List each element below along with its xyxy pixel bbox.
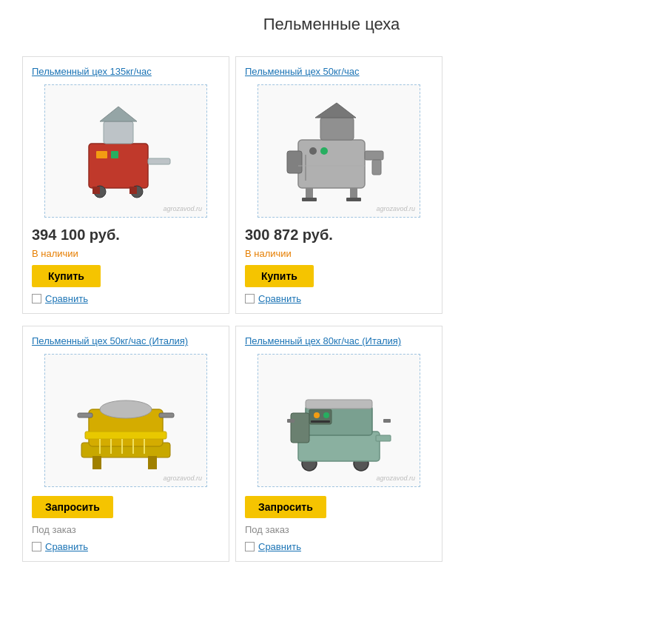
request-button-p3[interactable]: Запросить: [32, 496, 113, 518]
product-title-p2[interactable]: Пельменный цех 50кг/час: [245, 66, 433, 77]
product-title-p1[interactable]: Пельменный цех 135кг/час: [32, 66, 220, 77]
watermark-p2: agrozavod.ru: [376, 205, 415, 212]
buy-button-p1[interactable]: Купить: [32, 265, 101, 287]
product-image-placeholder-p1: agrozavod.ru: [45, 85, 206, 217]
svg-rect-17: [350, 188, 357, 199]
svg-rect-49: [376, 435, 391, 441]
compare-label-p1[interactable]: Сравнить: [45, 293, 88, 304]
svg-point-23: [320, 147, 328, 155]
svg-rect-6: [96, 151, 107, 158]
compare-row-p4: Сравнить: [245, 541, 433, 552]
svg-rect-39: [298, 432, 380, 461]
watermark-p3: agrozavod.ru: [163, 474, 202, 482]
svg-rect-29: [159, 413, 174, 417]
product-image-placeholder-p4: agrozavod.ru: [258, 355, 420, 486]
svg-rect-47: [287, 419, 295, 423]
svg-rect-11: [320, 118, 354, 140]
svg-rect-9: [129, 187, 137, 194]
product-card-p4: Пельменный цех 80кг/час (Италия): [235, 326, 442, 562]
svg-rect-46: [306, 400, 372, 409]
compare-checkbox-p3[interactable]: [32, 542, 41, 551]
product-image-p3: agrozavod.ru: [44, 354, 207, 487]
product-image-p1: agrozavod.ru: [44, 84, 207, 218]
svg-rect-18: [302, 198, 317, 201]
product-availability-p1: В наличии: [32, 248, 220, 259]
compare-checkbox-p1[interactable]: [32, 294, 41, 303]
svg-rect-48: [383, 419, 391, 423]
product-price-p1: 394 100 руб.: [32, 227, 220, 244]
svg-point-43: [314, 412, 320, 418]
product-title-p4[interactable]: Пельменный цех 80кг/час (Италия): [245, 335, 433, 346]
product-card-p3: Пельменный цех 50кг/час (Италия): [22, 326, 229, 562]
watermark-p1: agrozavod.ru: [163, 205, 202, 212]
svg-rect-45: [311, 420, 330, 423]
product-availability-p4: Под заказ: [245, 524, 433, 535]
page-container: Пельменные цеха Пельменный цех 135кг/час: [0, 0, 663, 588]
request-button-p4[interactable]: Запросить: [245, 496, 326, 518]
compare-label-p3[interactable]: Сравнить: [45, 541, 88, 552]
svg-rect-14: [372, 160, 381, 175]
svg-rect-27: [85, 432, 166, 439]
product-availability-p3: Под заказ: [32, 524, 220, 535]
svg-marker-12: [315, 103, 356, 118]
svg-rect-3: [148, 158, 170, 164]
product-card-p2: Пельменный цех 50кг/час: [235, 56, 442, 314]
svg-rect-13: [365, 151, 383, 160]
svg-rect-41: [291, 413, 309, 443]
svg-point-26: [100, 400, 152, 418]
product-image-placeholder-p2: agrozavod.ru: [258, 85, 420, 217]
svg-rect-8: [92, 187, 100, 194]
product-price-p2: 300 872 руб.: [245, 227, 433, 244]
buy-button-p2[interactable]: Купить: [245, 265, 314, 287]
svg-rect-28: [78, 413, 92, 417]
product-availability-p2: В наличии: [245, 248, 433, 259]
svg-rect-16: [306, 188, 313, 199]
svg-marker-2: [100, 107, 137, 121]
product-title-p3[interactable]: Пельменный цех 50кг/час (Италия): [32, 335, 220, 346]
product-image-p2: agrozavod.ru: [258, 84, 420, 218]
products-grid: Пельменный цех 135кг/час: [22, 56, 641, 574]
product-image-p4: agrozavod.ru: [258, 354, 420, 487]
svg-point-44: [323, 412, 329, 418]
svg-rect-19: [346, 198, 361, 201]
compare-label-p4[interactable]: Сравнить: [258, 541, 301, 552]
svg-rect-36: [148, 456, 157, 469]
compare-checkbox-p4[interactable]: [245, 542, 255, 551]
svg-rect-0: [89, 144, 148, 188]
svg-rect-1: [104, 121, 133, 144]
watermark-p4: agrozavod.ru: [376, 474, 415, 482]
svg-rect-7: [111, 151, 118, 158]
compare-row-p1: Сравнить: [32, 293, 220, 304]
svg-point-22: [309, 147, 317, 155]
svg-rect-35: [92, 456, 101, 469]
product-card-p1: Пельменный цех 135кг/час: [22, 56, 229, 314]
page-title: Пельменные цеха: [22, 15, 641, 34]
compare-label-p2[interactable]: Сравнить: [258, 293, 301, 304]
compare-row-p2: Сравнить: [245, 293, 433, 304]
compare-checkbox-p2[interactable]: [245, 294, 255, 303]
compare-row-p3: Сравнить: [32, 541, 220, 552]
product-image-placeholder-p3: agrozavod.ru: [45, 355, 206, 486]
svg-rect-10: [298, 140, 365, 188]
svg-rect-15: [287, 151, 302, 173]
